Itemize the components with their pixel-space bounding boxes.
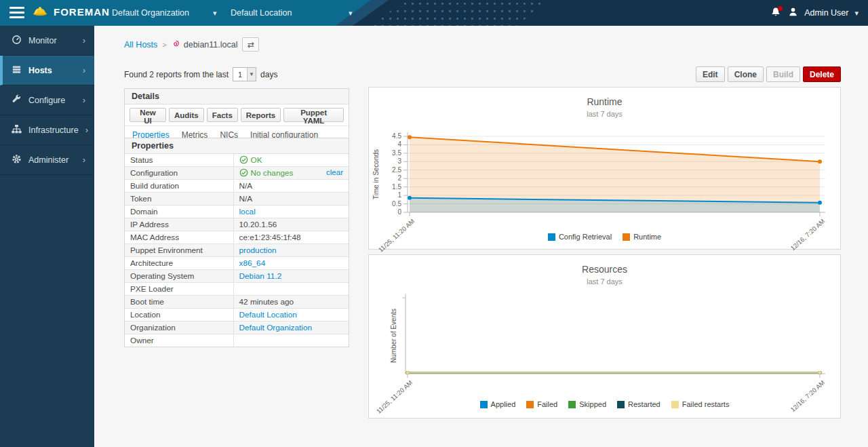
- property-value: Default Location: [233, 309, 349, 322]
- property-label: Status: [125, 154, 233, 167]
- property-row-build-duration: Build durationN/A: [125, 180, 349, 193]
- notification-badge: [778, 6, 783, 11]
- legend-label: Config Retrieval: [559, 233, 612, 241]
- delete-button[interactable]: Delete: [803, 66, 841, 82]
- property-label: Token: [125, 193, 233, 206]
- legend-label: Restarted: [628, 400, 660, 408]
- clear-link[interactable]: clear: [326, 168, 343, 176]
- status-ok-value: OK: [239, 155, 262, 165]
- resources-chart-panel: Resources last 7 days Number of Events11…: [368, 254, 841, 419]
- organization-dropdown[interactable]: Default Organization: [112, 8, 189, 18]
- puppet-yaml-button[interactable]: Puppet YAML: [283, 108, 344, 122]
- property-value: N/A: [233, 193, 349, 206]
- breadcrumb-all-hosts-link[interactable]: All Hosts: [124, 40, 157, 50]
- data-point: [408, 196, 412, 200]
- hamburger-menu-icon[interactable]: [9, 7, 24, 18]
- configure-icon: [12, 94, 22, 106]
- user-name[interactable]: Admin User: [804, 8, 848, 18]
- y-tick-label: 1.5: [392, 183, 401, 191]
- legend-swatch: [671, 401, 679, 408]
- property-row-mac-address: MAC Addressce:e1:23:45:1f:48: [125, 231, 349, 244]
- property-link[interactable]: Default Organization: [239, 323, 313, 332]
- data-point: [408, 135, 412, 139]
- property-value: 42 minutes ago: [233, 296, 349, 309]
- property-row-organization: OrganizationDefault Organization: [125, 322, 349, 334]
- legend-label: Failed restarts: [682, 400, 730, 408]
- property-value: OK: [233, 154, 349, 167]
- property-link[interactable]: Default Location: [239, 310, 297, 319]
- property-value: N/A: [233, 180, 349, 193]
- legend-item-runtime[interactable]: Runtime: [623, 233, 661, 241]
- property-row-puppet-environment: Puppet Environmentproduction: [125, 244, 349, 257]
- sidebar-item-label: Infrastructure: [28, 125, 79, 135]
- location-dropdown[interactable]: Default Location: [231, 8, 292, 18]
- runtime-chart-title: Runtime: [369, 96, 840, 107]
- audits-button[interactable]: Audits: [169, 108, 204, 122]
- y-axis-label: Number of Events: [390, 309, 397, 363]
- resources-chart: Number of Events11/25, 11:20 AM12/16, 7:…: [369, 292, 840, 406]
- legend-item-restarted[interactable]: Restarted: [617, 400, 660, 408]
- property-row-token: TokenN/A: [125, 193, 349, 206]
- y-tick-label: 2: [397, 174, 401, 182]
- legend-item-skipped[interactable]: Skipped: [568, 400, 606, 408]
- location-caret-icon[interactable]: ▾: [349, 9, 353, 18]
- edit-button[interactable]: Edit: [696, 66, 725, 82]
- property-value: [233, 334, 349, 347]
- sidebar-item-label: Monitor: [28, 36, 57, 45]
- breadcrumb: All Hosts > debian11.local ⇄: [124, 37, 259, 52]
- chevron-right-icon: ›: [83, 35, 94, 45]
- notifications-bell-icon[interactable]: [770, 7, 782, 19]
- sidebar-item-administer[interactable]: Administer›: [0, 145, 94, 175]
- monitor-icon: [12, 35, 22, 47]
- y-tick-label: 2.5: [392, 166, 401, 174]
- sidebar-item-hosts[interactable]: Hosts›: [0, 56, 94, 85]
- property-row-boot-time: Boot time42 minutes ago: [125, 296, 349, 309]
- legend-swatch: [568, 401, 576, 408]
- chevron-right-icon: ›: [83, 65, 94, 75]
- host-action-buttons: EditCloneBuildDelete: [696, 66, 841, 82]
- days-select[interactable]: 1 ▼: [233, 67, 256, 81]
- host-switcher-button[interactable]: ⇄: [242, 37, 259, 52]
- property-label: Organization: [125, 322, 233, 334]
- clone-button[interactable]: Clone: [728, 66, 764, 82]
- legend-item-failed[interactable]: Failed: [526, 400, 557, 408]
- top-navbar: FOREMAN Default Organization ▾ Default L…: [0, 0, 868, 26]
- legend-swatch: [480, 401, 488, 408]
- facts-button[interactable]: Facts: [207, 108, 238, 122]
- user-avatar-icon[interactable]: [788, 7, 798, 19]
- data-point: [406, 371, 410, 374]
- y-tick-label: 1: [397, 191, 401, 199]
- details-buttons-row: New UIAuditsFactsReportsPuppet YAML: [125, 104, 349, 126]
- user-menu-caret-icon[interactable]: ▾: [854, 9, 859, 18]
- legend-swatch: [617, 401, 625, 408]
- property-link[interactable]: Debian 11.2: [239, 271, 282, 281]
- sidebar-item-configure[interactable]: Configure›: [0, 85, 94, 115]
- brand[interactable]: FOREMAN: [32, 4, 110, 19]
- organization-caret-icon[interactable]: ▾: [213, 9, 217, 18]
- legend-item-failed-restarts[interactable]: Failed restarts: [671, 400, 730, 408]
- property-row-operating-system: Operating SystemDebian 11.2: [125, 270, 349, 283]
- y-tick-label: 3: [397, 157, 401, 165]
- property-label: Location: [125, 309, 233, 322]
- property-row-location: LocationDefault Location: [125, 309, 349, 322]
- legend-swatch: [548, 233, 555, 241]
- legend-item-config-retrieval[interactable]: Config Retrieval: [548, 233, 612, 241]
- data-point: [818, 201, 822, 205]
- debian-os-icon: [172, 39, 180, 50]
- property-link[interactable]: x86_64: [239, 258, 266, 268]
- sidebar-item-monitor[interactable]: Monitor›: [0, 26, 94, 56]
- hosts-icon: [12, 64, 22, 77]
- property-value: Default Organization: [233, 322, 349, 334]
- property-link[interactable]: local: [239, 207, 256, 216]
- sidebar-item-infrastructure[interactable]: Infrastructure›: [0, 115, 94, 145]
- status-ok-value: No changes: [239, 168, 294, 178]
- sidebar-item-label: Hosts: [28, 66, 52, 75]
- property-link[interactable]: production: [239, 246, 277, 255]
- property-value: ce:e1:23:45:1f:48: [233, 231, 349, 244]
- reports-button[interactable]: Reports: [241, 108, 281, 122]
- property-value: local: [233, 206, 349, 218]
- administer-icon: [12, 154, 22, 166]
- legend-item-applied[interactable]: Applied: [480, 400, 516, 408]
- new-ui-button[interactable]: New UI: [130, 108, 166, 122]
- property-label: Architecture: [125, 257, 233, 270]
